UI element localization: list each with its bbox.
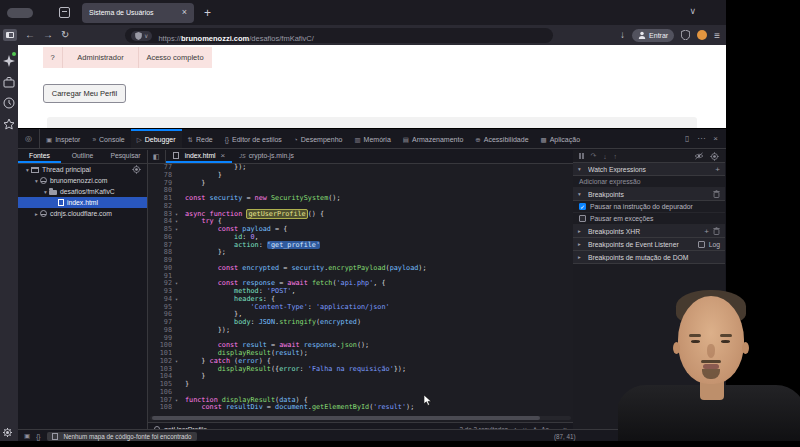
devtools-tab-editor-de-estilos[interactable]: {}Editor de estilos — [219, 129, 288, 148]
file-icon — [58, 199, 64, 206]
devtools-menu-icon[interactable]: ⋯ — [697, 134, 705, 143]
devtools-tab-console[interactable]: »Console — [86, 129, 130, 148]
pause-on-exceptions-row[interactable]: Pausar em exceções — [573, 213, 725, 225]
line-number[interactable]: 108 — [148, 404, 172, 412]
devtools-tab-armazenamento[interactable]: ▤Armazenamento — [397, 129, 470, 148]
forward-button[interactable]: → — [43, 30, 53, 40]
checkbox-checked[interactable]: ✓ — [579, 203, 586, 210]
code-line-78: 78 } — [148, 172, 573, 180]
fold-icon[interactable]: ▾ — [172, 218, 181, 226]
devtools-tab-desempenho[interactable]: ◔Desempenho — [288, 129, 349, 148]
pause-debugger-statement-row[interactable]: ✓ Pausar na instrução do depurador — [573, 201, 725, 213]
ai-chat-icon[interactable] — [3, 53, 15, 65]
disable-breakpoints-icon[interactable] — [694, 152, 704, 160]
devtools-tab-inspetor[interactable]: ▣Inspetor — [40, 129, 86, 148]
expand-icon[interactable]: ▸ — [33, 211, 40, 217]
code-text: } — [181, 180, 205, 188]
window-controls[interactable] — [7, 8, 33, 18]
fold-icon[interactable]: ▾ — [172, 226, 181, 234]
editor-tab-crypto-js-min-js[interactable]: JScrypto-js.min.js — [232, 150, 301, 163]
close-icon[interactable]: × — [221, 151, 226, 160]
event-listener-breakpoints-header[interactable]: ▸ Breakpoints de Event Listener Log — [573, 238, 725, 251]
step-over-icon[interactable]: ↷ — [591, 152, 597, 160]
add-expression-input[interactable]: Adicionar expressão — [573, 176, 725, 188]
debugger-settings-gear-icon[interactable] — [710, 152, 719, 161]
devtools-tab-debugger[interactable]: ▷Debugger — [131, 129, 182, 148]
app-menu-icon[interactable]: ≡ — [714, 30, 720, 41]
devtools-tab-rede[interactable]: ⇅Rede — [182, 129, 219, 148]
history-clock-icon[interactable] — [3, 95, 15, 107]
watch-expressions-header[interactable]: ▾ Watch Expressions + — [573, 163, 725, 176]
site-identity-chip[interactable]: ∨ — [131, 31, 152, 41]
pretty-print-icon[interactable]: {} — [36, 433, 40, 440]
breakpoints-header[interactable]: ▾ Breakpoints — [573, 188, 725, 201]
devtools-tab-memória[interactable]: ▥Memória — [348, 129, 396, 148]
xhr-breakpoints-header[interactable]: ▸ Breakpoints XHR + — [573, 225, 725, 238]
tree-item-thread-principal[interactable]: ▾Thread principal — [18, 164, 147, 175]
sign-in-button[interactable]: Entrar — [632, 29, 674, 42]
fold-gutter — [172, 311, 181, 319]
fold-gutter — [172, 366, 181, 374]
devtools-tab-aplicação[interactable]: ▩Aplicação — [535, 129, 587, 148]
step-out-icon[interactable]: ↑ — [614, 153, 617, 160]
url-bar[interactable]: ∨ https://brunomenozzi.com/desafios/fmKa… — [125, 28, 553, 43]
checkbox-unchecked[interactable] — [579, 215, 586, 222]
fold-icon[interactable]: ▾ — [172, 211, 181, 219]
code-text: const encrypted = security.encryptPayloa… — [181, 265, 427, 273]
load-profile-button[interactable]: Carregar Meu Perfil — [43, 84, 126, 103]
tab-label: Console — [99, 136, 125, 143]
collapse-icon[interactable]: ▾ — [24, 167, 31, 173]
editor-tab-index-html[interactable]: index.html× — [166, 150, 233, 163]
sidebar-toggle-button[interactable] — [3, 29, 17, 41]
tree-item-cdnjs-cloudflare-com[interactable]: ▸cdnjs.cloudflare.com — [18, 208, 147, 219]
source-doc-icon[interactable]: ▣ — [24, 432, 30, 440]
extension-shield-icon[interactable] — [681, 30, 690, 40]
add-watch-icon[interactable]: + — [715, 165, 720, 174]
tab-manager-icon[interactable] — [59, 7, 70, 18]
download-icon[interactable]: ↓ — [620, 30, 625, 40]
sources-tab-outline[interactable]: Outline — [61, 150, 104, 163]
collapse-sources-icon[interactable]: ◧ — [148, 150, 166, 163]
devtools-tab-acessibilidade[interactable]: ⊕Acessibilidade — [469, 129, 534, 148]
fold-icon[interactable]: ▾ — [172, 280, 181, 288]
pick-element-icon[interactable]: ◎ — [18, 129, 40, 148]
devtools-close-icon[interactable]: × — [713, 134, 718, 143]
briefcase-icon[interactable] — [3, 74, 15, 86]
file-icon — [52, 433, 58, 440]
tab-list-chevron-icon[interactable]: ∨ — [689, 6, 696, 16]
tree-item-index-html[interactable]: index.html — [18, 197, 147, 208]
fold-icon[interactable]: ▾ — [172, 296, 181, 304]
log-checkbox[interactable] — [698, 241, 705, 248]
tree-item-desafios-fmkafivc[interactable]: ▾desafios/fmKafivC — [18, 186, 147, 197]
step-in-icon[interactable]: ↓ — [603, 153, 606, 160]
sources-settings-gear-icon[interactable] — [132, 165, 141, 174]
pause-icon[interactable] — [579, 153, 584, 159]
fold-icon[interactable]: ▾ — [172, 397, 181, 405]
add-xhr-breakpoint-icon[interactable]: + — [704, 227, 709, 236]
browser-tab[interactable]: Sistema de Usuários × — [82, 3, 194, 23]
collapse-icon[interactable]: ▾ — [33, 178, 40, 184]
sidebar-settings-gear-icon[interactable] — [3, 423, 15, 435]
sources-tab-fontes[interactable]: Fontes — [18, 150, 61, 163]
code-line-104: 104 } — [148, 373, 573, 381]
collapse-icon: ▾ — [578, 191, 584, 197]
sourcemap-message-chip[interactable]: Nenhum mapa de código-fonte foi encontra… — [47, 432, 197, 441]
responsive-design-icon[interactable]: ▯ — [685, 134, 689, 143]
code-editor[interactable]: ◧ index.html×JScrypto-js.min.js 77 });78… — [148, 150, 573, 429]
scrollbar-thumb[interactable] — [152, 416, 540, 420]
remove-xhr-trash-icon[interactable] — [713, 227, 720, 235]
horizontal-scrollbar[interactable] — [150, 416, 571, 420]
fold-gutter — [172, 257, 181, 265]
bookmarks-star-icon[interactable] — [3, 116, 15, 128]
reload-button[interactable]: ↻ — [61, 30, 69, 40]
sources-tab-pesquisar[interactable]: Pesquisar — [104, 150, 147, 163]
collapse-icon[interactable]: ▾ — [42, 189, 49, 195]
profile-avatar[interactable] — [697, 30, 707, 40]
fold-icon[interactable]: ▾ — [172, 358, 181, 366]
new-tab-button[interactable]: + — [204, 6, 211, 20]
tab-close-icon[interactable]: × — [182, 8, 187, 17]
remove-breakpoints-trash-icon[interactable] — [713, 190, 720, 198]
back-button[interactable]: ← — [25, 30, 35, 40]
tree-item-brunomenozzi-com[interactable]: ▾brunomenozzi.com — [18, 175, 147, 186]
tab-icon: ▥ — [354, 136, 360, 144]
